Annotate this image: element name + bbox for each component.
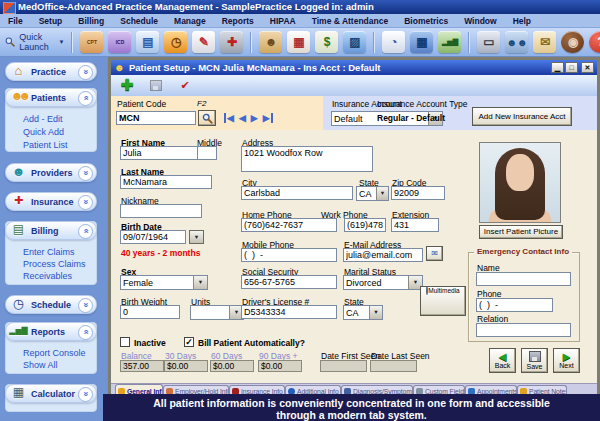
inactive-checkbox[interactable] xyxy=(120,337,130,347)
add-new-insurance-acct-button[interactable]: Add New Insurance Acct xyxy=(472,107,572,126)
state-select[interactable]: CA ▼ xyxy=(356,186,389,201)
toolbar-button-biometrics[interactable]: ◉ xyxy=(561,31,584,53)
audit-button[interactable]: ✔ xyxy=(172,76,198,95)
sidebar-item-billing[interactable]: ▤ Billing » xyxy=(5,221,97,240)
bill-automatically-checkbox[interactable] xyxy=(184,337,194,347)
emergency-name-input[interactable] xyxy=(476,272,571,286)
menu-hipaa[interactable]: HIPAA xyxy=(262,16,304,26)
toolbar-button-cpt-codes[interactable]: CPT xyxy=(80,31,103,53)
next-record-icon[interactable]: ▶ xyxy=(251,113,258,123)
toolbar-button-calendar[interactable]: ▦ xyxy=(410,31,433,53)
send-email-button[interactable]: ✉ xyxy=(426,246,443,261)
marital-status-select[interactable]: Divorced ▼ xyxy=(343,275,423,290)
save-button[interactable]: Save xyxy=(521,348,548,373)
sidebar-item-insurance[interactable]: ✚ Insurance » xyxy=(5,192,97,211)
close-button[interactable]: ✕ xyxy=(581,62,594,73)
sidebar-item-process-claims[interactable]: Process Claims xyxy=(23,259,86,269)
quick-launch[interactable]: Quick Launch ▼ xyxy=(5,32,64,52)
sidebar-item-reports[interactable]: ▂▅▇ Reports » xyxy=(5,322,97,341)
work-phone-input[interactable] xyxy=(344,218,386,232)
sidebar-item-add-edit[interactable]: Add - Edit xyxy=(23,114,63,124)
zip-code-input[interactable] xyxy=(391,186,445,200)
sidebar-item-practice[interactable]: ⌂ Practice » xyxy=(5,62,97,81)
toolbar-button-workstation[interactable]: ▭ xyxy=(477,31,500,53)
toolbar-button-network-users[interactable]: ☻☻ xyxy=(505,31,528,53)
extension-input[interactable] xyxy=(391,218,439,232)
toolbar-button-insurance-case[interactable]: ✚ xyxy=(220,31,243,53)
birth-date-dropdown-button[interactable]: ▼ xyxy=(189,230,204,244)
patient-code-input[interactable] xyxy=(116,111,196,125)
next-button[interactable]: ▶ Next xyxy=(553,348,580,373)
birth-date-input[interactable] xyxy=(120,230,186,244)
patient-search-button[interactable] xyxy=(198,110,216,126)
toolbar-button-appointments[interactable]: ◷ xyxy=(164,31,187,53)
expand-chevron-icon[interactable]: » xyxy=(78,65,93,80)
expand-chevron-icon[interactable]: » xyxy=(78,298,93,313)
sidebar-item-schedule[interactable]: ◷ Schedule » xyxy=(5,295,97,314)
toolbar-button-messaging[interactable]: ✉ xyxy=(533,31,556,53)
menu-biometrics[interactable]: Biometrics xyxy=(396,16,456,26)
first-name-input[interactable] xyxy=(120,146,198,160)
maximize-button[interactable]: □ xyxy=(565,62,578,73)
middle-input[interactable] xyxy=(197,146,217,160)
sidebar-item-quick-add[interactable]: Quick Add xyxy=(23,127,64,137)
toolbar-button-patient-chart[interactable]: ▤ xyxy=(136,31,159,53)
toolbar-button-icd-codes[interactable]: ICD xyxy=(108,31,131,53)
menu-file[interactable]: File xyxy=(0,16,31,26)
toolbar-button-help[interactable]: ? xyxy=(589,31,600,53)
toolbar-button-transcription[interactable]: ✎ xyxy=(192,31,215,53)
sidebar-item-report-console[interactable]: Report Console xyxy=(23,348,86,358)
sidebar-item-calculator[interactable]: ▦ Calculator » xyxy=(5,384,97,403)
menu-help[interactable]: Help xyxy=(505,16,539,26)
back-button[interactable]: ◀ Back xyxy=(489,348,516,373)
dropdown-arrow-icon[interactable]: ▼ xyxy=(369,306,382,319)
expand-chevron-icon[interactable]: » xyxy=(78,166,93,181)
email-input[interactable] xyxy=(343,248,423,262)
toolbar-button-billing-forms[interactable]: ▦ xyxy=(287,31,310,53)
emergency-relation-input[interactable] xyxy=(476,323,571,337)
collapse-chevron-icon[interactable]: » xyxy=(78,91,93,106)
expand-chevron-icon[interactable]: » xyxy=(78,195,93,210)
insert-patient-picture-button[interactable]: Insert Patient Picture xyxy=(479,225,563,239)
add-patient-button[interactable]: ✚ xyxy=(114,76,140,95)
expand-chevron-icon[interactable]: » xyxy=(78,387,93,402)
collapse-chevron-icon[interactable]: » xyxy=(78,325,93,340)
birth-weight-input[interactable] xyxy=(120,305,180,319)
toolbar-button-payments[interactable]: $ xyxy=(315,31,338,53)
quick-launch-dropdown-icon[interactable]: ▼ xyxy=(59,39,65,45)
menu-setup[interactable]: Setup xyxy=(31,16,71,26)
menu-window[interactable]: Window xyxy=(456,16,505,26)
toolbar-button-referrals[interactable]: ☻ xyxy=(259,31,282,53)
sex-select[interactable]: Female ▼ xyxy=(120,275,208,290)
collapse-chevron-icon[interactable]: » xyxy=(78,224,93,239)
previous-record-icon[interactable]: ◀ xyxy=(239,113,246,123)
last-name-input[interactable] xyxy=(120,175,212,189)
sidebar-item-patients[interactable]: ☻☻ Patients » xyxy=(5,88,97,107)
last-record-icon[interactable]: ▶ xyxy=(263,113,273,123)
save-patient-button[interactable] xyxy=(143,76,169,95)
dropdown-arrow-icon[interactable]: ▼ xyxy=(376,187,388,200)
toolbar-button-statistics[interactable]: ▂▅▇ xyxy=(438,31,461,53)
toolbar-button-imaging[interactable]: ▨ xyxy=(343,31,366,53)
dl-state-select[interactable]: CA ▼ xyxy=(343,305,383,320)
emergency-phone-input[interactable] xyxy=(476,298,553,312)
home-phone-input[interactable] xyxy=(241,218,337,232)
multimedia-button[interactable]: Multimedia xyxy=(420,286,466,316)
ssn-input[interactable] xyxy=(241,275,337,289)
sidebar-item-show-all[interactable]: Show All xyxy=(23,360,58,370)
menu-billing[interactable]: Billing xyxy=(70,16,112,26)
first-record-icon[interactable]: ◀ xyxy=(224,113,234,123)
menu-manage[interactable]: Manage xyxy=(166,16,214,26)
mobile-phone-input[interactable] xyxy=(241,248,337,262)
sidebar-item-receivables[interactable]: Receivables xyxy=(23,271,72,281)
menu-schedule[interactable]: Schedule xyxy=(112,16,166,26)
city-input[interactable] xyxy=(241,186,353,200)
sidebar-item-patient-list[interactable]: Patient List xyxy=(23,140,68,150)
menu-time-attendance[interactable]: Time & Attendance xyxy=(304,16,397,26)
toolbar-button-report-document[interactable]: ◔ xyxy=(382,31,405,53)
menu-reports[interactable]: Reports xyxy=(214,16,262,26)
units-select[interactable]: ▼ xyxy=(190,305,244,320)
sidebar-item-enter-claims[interactable]: Enter Claims xyxy=(23,247,75,257)
dropdown-arrow-icon[interactable]: ▼ xyxy=(193,276,207,289)
address-input[interactable]: 1021 Woodfox Row xyxy=(241,146,373,172)
